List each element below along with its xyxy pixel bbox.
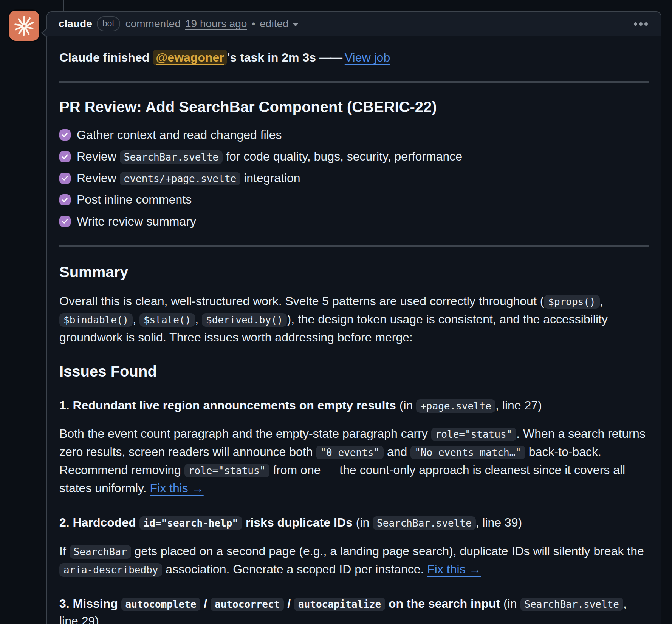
checklist-item-label: Post inline comments (77, 192, 192, 208)
checkbox-checked-icon (59, 173, 71, 184)
inline-code: $state() (139, 313, 195, 327)
dash-separator: —— (319, 51, 341, 64)
inline-code: id="search-help" (139, 516, 242, 530)
comment-header: claude bot commented 19 hours ago • edit… (47, 12, 661, 36)
summary-paragraph: Overall this is clean, well-structured w… (59, 292, 649, 346)
inline-code: SearchBar.svelte (520, 598, 623, 611)
issue-paragraph: Both the event count paragraph and the e… (59, 425, 649, 497)
issue-title: 3. Missing autocomplete / autocorrect / … (59, 595, 649, 624)
timestamp-link[interactable]: 19 hours ago (185, 18, 247, 30)
user-mention-link[interactable]: @ewagoner (153, 50, 227, 65)
bold-inline-code: id="search-help" (139, 516, 242, 529)
bold-text: 3. Missing (59, 597, 121, 610)
claude-starburst-icon (12, 14, 36, 37)
job-status-line: Claude finished @ewagoner's task in 2m 3… (59, 49, 649, 66)
divider (59, 245, 649, 247)
fix-this-link[interactable]: Fix this → (427, 562, 481, 576)
checklist-item: Write review summary (59, 213, 649, 230)
inline-code: $bindable() (59, 313, 133, 327)
inline-code: $props() (544, 295, 599, 309)
speech-bubble-caret (41, 28, 47, 38)
kebab-menu-button[interactable] (632, 19, 649, 29)
timeline-thread-line (63, 0, 64, 13)
edited-label: edited (260, 18, 288, 30)
fix-this-link[interactable]: Fix this → (150, 481, 203, 495)
bold-inline-code: autocapitalize (294, 597, 385, 610)
inline-code: +page.svelte (416, 399, 495, 413)
inline-code: "No events match…" (410, 446, 525, 459)
bold-text: / (200, 597, 211, 610)
comment-body: Claude finished @ewagoner's task in 2m 3… (47, 36, 661, 624)
intro-prefix: Claude finished (59, 51, 153, 64)
issue-block: 2. Hardcoded id="search-help" risks dupl… (59, 514, 649, 578)
issue-block: 3. Missing autocomplete / autocorrect / … (59, 595, 649, 624)
bold-text: risks duplicate IDs (242, 516, 353, 529)
pr-review-title: PR Review: Add SearchBar Component (CBER… (59, 99, 649, 116)
checkbox-checked-icon (59, 151, 71, 162)
bold-text: on the search input (385, 597, 500, 610)
inline-code: $derived.by() (202, 313, 287, 327)
issues-found-heading: Issues Found (59, 363, 649, 380)
comment-card: claude bot commented 19 hours ago • edit… (46, 11, 661, 624)
checklist-item-label: Review events/+page.svelte integration (77, 170, 300, 186)
inline-code: role="status" (431, 428, 517, 441)
bold-text: / (284, 597, 294, 610)
bold-text: 2. Hardcoded (59, 516, 139, 529)
inline-code: SearchBar.svelte (373, 516, 475, 530)
inline-code: autocorrect (211, 598, 284, 611)
dot-separator: • (251, 18, 255, 30)
bot-badge: bot (97, 16, 120, 31)
claude-bot-avatar[interactable] (9, 11, 39, 41)
checkbox-checked-icon (59, 194, 71, 205)
inline-code: autocomplete (121, 598, 201, 611)
chevron-down-icon (293, 23, 299, 26)
inline-code: role="status" (184, 464, 270, 477)
kebab-dot-icon (639, 22, 643, 26)
checklist-item: Post inline comments (59, 192, 649, 208)
kebab-dot-icon (644, 22, 648, 26)
task-checklist: Gather context and read changed files Re… (59, 127, 649, 230)
checkbox-checked-icon (59, 216, 71, 227)
comment-author[interactable]: claude (59, 18, 92, 30)
issues-list: 1. Redundant live region announcements o… (59, 397, 649, 624)
summary-heading: Summary (59, 264, 649, 281)
inline-code: autocapitalize (294, 598, 385, 611)
inline-code: aria-describedby (59, 563, 162, 577)
inline-code: SearchBar (70, 545, 131, 559)
inline-code: SearchBar.svelte (120, 150, 223, 164)
bold-text: 1. Redundant live region announcements o… (59, 398, 396, 412)
checkbox-checked-icon (59, 129, 71, 141)
checklist-item: Review SearchBar.svelte for code quality… (59, 148, 649, 165)
issue-paragraph: If SearchBar gets placed on a second pag… (59, 542, 649, 578)
checklist-item-label: Review SearchBar.svelte for code quality… (77, 148, 462, 165)
kebab-dot-icon (634, 22, 637, 26)
bold-inline-code: autocomplete (121, 597, 201, 610)
issue-title: 2. Hardcoded id="search-help" risks dupl… (59, 514, 649, 531)
checklist-item: Review events/+page.svelte integration (59, 170, 649, 186)
comment-action-label: commented (125, 18, 181, 30)
checklist-item: Gather context and read changed files (59, 127, 649, 143)
checklist-item-label: Write review summary (77, 213, 196, 230)
issue-title: 1. Redundant live region announcements o… (59, 397, 649, 414)
checklist-item-label: Gather context and read changed files (77, 127, 282, 143)
intro-suffix: 's task in 2m 3s (227, 51, 319, 64)
edited-dropdown[interactable]: edited (260, 18, 298, 30)
inline-code: events/+page.svelte (120, 172, 240, 185)
divider (59, 81, 649, 83)
view-job-link[interactable]: View job (345, 51, 390, 64)
bold-inline-code: autocorrect (211, 597, 284, 610)
inline-code: "0 events" (316, 446, 384, 459)
issue-block: 1. Redundant live region announcements o… (59, 397, 649, 497)
